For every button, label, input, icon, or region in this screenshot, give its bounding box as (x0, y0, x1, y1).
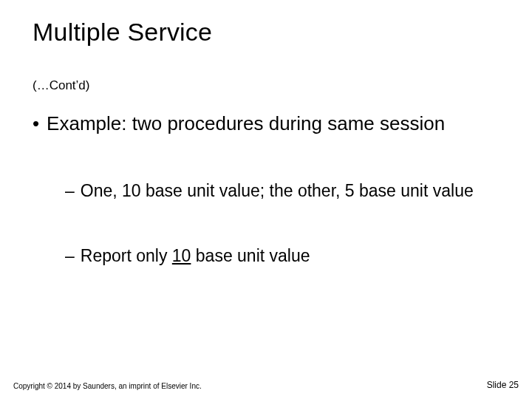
bullet-main: • Example: two procedures during same se… (33, 112, 505, 134)
bullet-main-text: Example: two procedures during same sess… (47, 112, 445, 134)
copyright-text: Copyright © 2014 by Saunders, an imprint… (13, 382, 202, 390)
sub-bullet-2-underlined: 10 (172, 246, 191, 265)
slide: Multiple Service (…Cont’d) • Example: tw… (0, 0, 532, 399)
bullet-icon: • (33, 112, 39, 134)
sub-bullet-2-prefix: Report only (81, 246, 172, 265)
sub-bullet-2-suffix: base unit value (191, 246, 310, 265)
sub-bullet-1-text: One, 10 base unit value; the other, 5 ba… (81, 180, 474, 201)
sub-bullet-1: – One, 10 base unit value; the other, 5 … (65, 180, 508, 201)
dash-icon: – (65, 245, 75, 266)
slide-title: Multiple Service (33, 18, 212, 47)
continued-label: (…Cont’d) (33, 78, 89, 93)
dash-icon: – (65, 180, 75, 201)
sub-bullet-2-text: Report only 10 base unit value (81, 245, 310, 266)
footer: Copyright © 2014 by Saunders, an imprint… (0, 375, 532, 399)
slide-number: Slide 25 (487, 380, 519, 390)
sub-bullet-2: – Report only 10 base unit value (65, 245, 508, 266)
